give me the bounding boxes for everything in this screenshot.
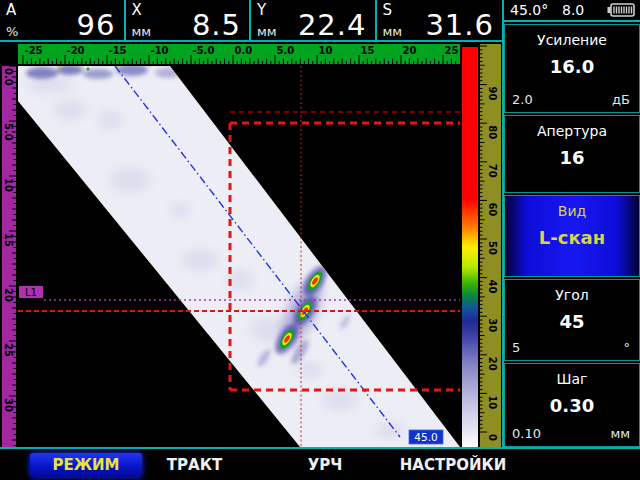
beam-angle-tag: 45.0 (409, 430, 443, 444)
amplitude-ruler-label: 10 (487, 395, 498, 409)
panel-title: Усиление (505, 32, 639, 48)
amplitude-ruler-label: 20 (487, 357, 498, 371)
top-ruler-label: -5.0 (193, 45, 215, 56)
top-ruler-label: -15 (109, 45, 127, 56)
gate-l1-tag[interactable]: L1 (19, 286, 43, 298)
color-scale (462, 47, 478, 447)
panel-unit: мм (610, 426, 630, 441)
readout-unit: % (6, 24, 18, 39)
top-ruler-label: 15 (361, 45, 375, 56)
menu-item-urch[interactable]: УРЧ (290, 453, 360, 477)
menu-label: РЕЖИМ (52, 456, 119, 474)
panel-title: Апертура (505, 123, 639, 139)
panel-gain[interactable]: Усиление 16.0 2.0 дБ (504, 24, 640, 113)
readout-unit: мм (257, 24, 277, 39)
panel-value: L-скан (505, 227, 639, 248)
top-ruler-label: 5.0 (277, 45, 295, 56)
panel-value: 0.30 (505, 395, 639, 416)
left-ruler-label: 15 (3, 233, 14, 247)
amplitude-ruler-label: 0 (487, 434, 498, 441)
panel-view[interactable]: Вид L-скан (504, 195, 640, 277)
amplitude-ruler-label: 30 (487, 318, 498, 332)
readout-value: 8.5 (192, 8, 241, 42)
gate-l1-label: L1 (25, 287, 37, 298)
panel-title: Угол (505, 287, 639, 303)
top-ruler-label: -10 (151, 45, 169, 56)
top-ruler-label: 20 (403, 45, 417, 56)
top-ruler-label: -20 (67, 45, 85, 56)
panel-step: 2.0 (512, 92, 533, 107)
readout-value: 96 (77, 8, 116, 42)
panel-aperture[interactable]: Апертура 16 (504, 115, 640, 193)
panel-angle[interactable]: Угол 45 5 ° (504, 279, 640, 361)
menu-label: УРЧ (308, 456, 343, 474)
top-ruler-label: -25 (25, 45, 43, 56)
battery-icon (607, 3, 635, 20)
flaw-detector-screen: A % 96 X мм 8.5 Y мм 22.4 S мм 31.6 45.0… (0, 0, 640, 480)
panel-pitch[interactable]: Шаг 0.30 0.10 мм (504, 363, 640, 447)
menu-bar: РЕЖИМ ТРАКТ УРЧ НАСТРОЙКИ (0, 447, 640, 480)
menu-item-mode[interactable]: РЕЖИМ (30, 453, 142, 477)
panel-value: 16 (505, 147, 639, 168)
panel-unit: дБ (612, 92, 630, 107)
amplitude-ruler-label: 40 (487, 280, 498, 294)
l-scan-view[interactable]: L1 45.0 -25-20-15-10-5.00.05.0101520250.… (0, 40, 502, 448)
top-ruler-label: 0.0 (235, 45, 253, 56)
panel-unit: ° (624, 340, 631, 355)
readout-y: Y мм 22.4 (251, 0, 377, 40)
probe-angle: 45.0° (510, 2, 548, 18)
amplitude-ruler-label: 80 (487, 125, 498, 139)
readout-letter: X (132, 1, 142, 19)
readout-value: 22.4 (298, 8, 367, 42)
left-ruler-label: 0.0 (3, 68, 14, 86)
amplitude-ruler-label: 90 (487, 87, 498, 101)
readout-letter: S (383, 1, 393, 19)
beam-angle-label: 45.0 (414, 431, 437, 443)
panel-step: 0.10 (512, 426, 541, 441)
amplitude-ruler-label: 50 (487, 241, 498, 255)
panel-title: Шаг (505, 371, 639, 387)
readout-letter: Y (257, 1, 266, 19)
status-strip: 45.0° 8.0 (504, 0, 640, 22)
readout-unit: мм (132, 24, 152, 39)
panel-value: 45 (505, 311, 639, 332)
panel-value: 16.0 (505, 56, 639, 77)
panel-step: 5 (512, 340, 520, 355)
probe-gain: 8.0 (562, 2, 584, 18)
menu-item-settings[interactable]: НАСТРОЙКИ (392, 453, 514, 477)
left-ruler-label: 20 (3, 288, 14, 302)
left-ruler-label: 5.0 (3, 123, 14, 141)
left-ruler-label: 10 (3, 178, 14, 192)
readout-x: X мм 8.5 (126, 0, 252, 40)
left-ruler-label: 25 (3, 343, 14, 357)
readout-s: S мм 31.6 (377, 0, 503, 40)
menu-label: ТРАКТ (167, 456, 222, 474)
readout-letter: A (6, 1, 16, 19)
readout-amplitude: A % 96 (0, 0, 126, 40)
top-ruler-label: 10 (319, 45, 333, 56)
top-ruler-label: 25 (445, 45, 459, 56)
menu-item-tract[interactable]: ТРАКТ (152, 453, 237, 477)
menu-label: НАСТРОЙКИ (400, 456, 507, 474)
amplitude-ruler-label: 60 (487, 202, 498, 216)
amplitude-ruler-label: 70 (487, 164, 498, 178)
panel-title: Вид (505, 203, 639, 219)
readout-unit: мм (383, 24, 403, 39)
measurement-bar: A % 96 X мм 8.5 Y мм 22.4 S мм 31.6 (0, 0, 502, 42)
readout-value: 31.6 (425, 8, 494, 42)
left-ruler-label: 30 (3, 398, 14, 412)
